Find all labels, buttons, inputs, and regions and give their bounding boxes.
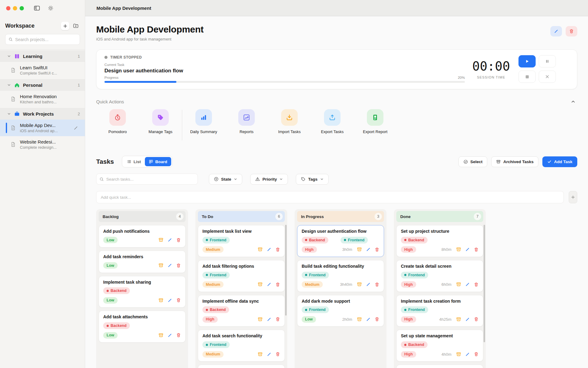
add-task-button[interactable]: Add Task <box>542 156 577 167</box>
edit-task-icon[interactable] <box>168 263 172 268</box>
delete-task-icon[interactable] <box>275 247 280 252</box>
archive-task-icon[interactable] <box>357 317 362 322</box>
sidebar-toggle-icon[interactable] <box>34 5 40 11</box>
archive-task-icon[interactable] <box>456 247 461 252</box>
archive-task-icon[interactable] <box>456 352 461 357</box>
delete-task-icon[interactable] <box>176 298 181 303</box>
project-search-input[interactable] <box>15 37 77 42</box>
task-card-design-app-icon-and-splash-screen[interactable]: Design app icon and splash screen <box>396 365 483 368</box>
edit-task-icon[interactable] <box>465 317 470 322</box>
edit-pencil-icon[interactable] <box>74 126 81 130</box>
edit-task-icon[interactable] <box>465 247 470 252</box>
task-card-implement-task-sharing[interactable]: Implement task sharing Backend Low <box>99 276 186 308</box>
task-card-design-user-authentication-flow[interactable]: Design user authentication flow BackendF… <box>297 225 384 257</box>
edit-task-icon[interactable] <box>168 333 172 338</box>
edit-task-icon[interactable] <box>267 247 271 252</box>
edit-task-icon[interactable] <box>267 317 271 322</box>
quick-add-task-input[interactable] <box>96 191 564 203</box>
section-header-personal[interactable]: Personal 1 <box>0 79 85 91</box>
delete-task-icon[interactable] <box>275 282 280 287</box>
view-list-tab[interactable]: List <box>123 157 145 166</box>
quick-action-reports[interactable]: Reports <box>225 109 268 134</box>
edit-task-icon[interactable] <box>366 247 371 252</box>
edit-task-icon[interactable] <box>465 352 470 357</box>
edit-task-icon[interactable] <box>366 317 371 322</box>
project-search[interactable] <box>5 34 80 45</box>
task-card-add-task-reminders[interactable]: Add task reminders Low <box>99 251 186 273</box>
minimize-window-button[interactable] <box>13 6 17 10</box>
archive-task-icon[interactable] <box>158 263 164 268</box>
task-card-set-up-project-structure[interactable]: Set up project structure Backend High 8h… <box>396 225 483 257</box>
priority-filter-button[interactable]: Priority <box>250 174 288 185</box>
delete-task-icon[interactable] <box>176 333 181 338</box>
delete-task-icon[interactable] <box>375 282 379 287</box>
archive-task-icon[interactable] <box>158 298 164 303</box>
timer-stop-button[interactable] <box>518 71 536 83</box>
task-card-add-task-search-functionality[interactable]: Add task search functionality Frontend M… <box>198 330 285 362</box>
archive-task-icon[interactable] <box>258 352 263 357</box>
timer-close-button[interactable] <box>539 71 556 83</box>
archive-task-icon[interactable] <box>456 282 461 287</box>
archive-task-icon[interactable] <box>158 237 164 243</box>
settings-gear-icon[interactable] <box>47 5 54 11</box>
archive-task-icon[interactable] <box>258 282 263 287</box>
task-card-build-task-editing-functionality[interactable]: Build task editing functionality Fronten… <box>297 260 384 292</box>
edit-task-icon[interactable] <box>168 238 172 242</box>
archive-task-icon[interactable] <box>158 333 164 338</box>
delete-task-icon[interactable] <box>375 317 379 322</box>
quick-action-export-tasks[interactable]: Export Tasks <box>311 109 354 134</box>
section-header-learning[interactable]: Learning 1 <box>0 50 85 62</box>
sidebar-project-website-redesi[interactable]: Website Redesi... Complete redesign... <box>0 136 85 153</box>
delete-task-icon[interactable] <box>176 238 181 243</box>
quick-action-daily-summary[interactable]: Daily Summary <box>182 109 225 134</box>
timer-play-button[interactable] <box>518 55 536 67</box>
edit-task-icon[interactable] <box>267 352 271 357</box>
section-header-work-projects[interactable]: Work Projects 2 <box>0 108 85 120</box>
task-card-implement-task-creation-form[interactable]: Implement task creation form Frontend Hi… <box>396 295 483 327</box>
collapse-quick-actions-icon[interactable] <box>571 99 577 104</box>
select-tasks-button[interactable]: Select <box>458 156 488 167</box>
task-card-set-up-state-management[interactable]: Set up state management Backend High 4h0… <box>396 330 483 362</box>
delete-task-icon[interactable] <box>275 352 280 357</box>
task-card-add-dark-mode-support[interactable]: Add dark mode support Frontend Low 2h0m <box>297 295 384 327</box>
edit-task-icon[interactable] <box>465 282 470 287</box>
column-scrollbar[interactable] <box>285 225 287 316</box>
task-card-create-settings-screen[interactable]: Create settings screen <box>198 365 285 368</box>
archive-task-icon[interactable] <box>258 247 263 252</box>
quick-action-manage-tags[interactable]: Manage Tags <box>139 109 182 134</box>
delete-task-icon[interactable] <box>474 317 479 322</box>
delete-task-icon[interactable] <box>375 247 379 252</box>
delete-task-icon[interactable] <box>474 247 479 252</box>
quick-action-pomodoro[interactable]: Pomodoro <box>96 109 139 134</box>
sidebar-project-learn-swiftui[interactable]: Learn SwiftUI Complete SwiftUI c... <box>0 62 85 79</box>
edit-task-icon[interactable] <box>168 298 172 303</box>
task-search-input[interactable] <box>106 177 194 182</box>
archive-task-icon[interactable] <box>456 317 461 322</box>
sidebar-project-mobile-app-dev[interactable]: Mobile App Dev... iOS and Android ap... <box>0 120 85 136</box>
task-card-create-task-detail-screen[interactable]: Create task detail screen Frontend High … <box>396 260 483 292</box>
task-card-add-push-notifications[interactable]: Add push notifications Low <box>99 225 186 247</box>
add-folder-button[interactable] <box>72 22 80 30</box>
archived-tasks-button[interactable]: Archived Tasks <box>491 156 538 167</box>
view-board-tab[interactable]: Board <box>145 157 171 166</box>
column-scrollbar[interactable] <box>484 225 485 342</box>
delete-project-button[interactable] <box>566 26 577 36</box>
close-window-button[interactable] <box>6 6 10 10</box>
delete-task-icon[interactable] <box>176 263 181 268</box>
archive-task-icon[interactable] <box>258 317 263 322</box>
task-card-implement-offline-data-sync[interactable]: Implement offline data sync Backend High <box>198 295 285 327</box>
task-card-add-task-attachments[interactable]: Add task attachments Backend Low <box>99 311 186 343</box>
delete-task-icon[interactable] <box>474 352 479 357</box>
quick-action-import-tasks[interactable]: Import Tasks <box>268 109 311 134</box>
quick-add-task-button[interactable] <box>569 191 577 203</box>
archive-task-icon[interactable] <box>357 247 362 252</box>
add-project-button[interactable] <box>61 22 69 30</box>
task-card-implement-task-list-view[interactable]: Implement task list view Frontend Medium <box>198 225 285 257</box>
edit-task-icon[interactable] <box>267 282 271 287</box>
tags-filter-button[interactable]: Tags <box>296 174 329 185</box>
task-search[interactable] <box>96 174 198 185</box>
archive-task-icon[interactable] <box>357 282 362 287</box>
quick-action-export-report[interactable]: Export Report <box>354 109 397 134</box>
sidebar-project-home-renovation[interactable]: Home Renovation Kitchen and bathro... <box>0 91 85 107</box>
task-card-add-task-filtering-options[interactable]: Add task filtering options Frontend Medi… <box>198 260 285 292</box>
